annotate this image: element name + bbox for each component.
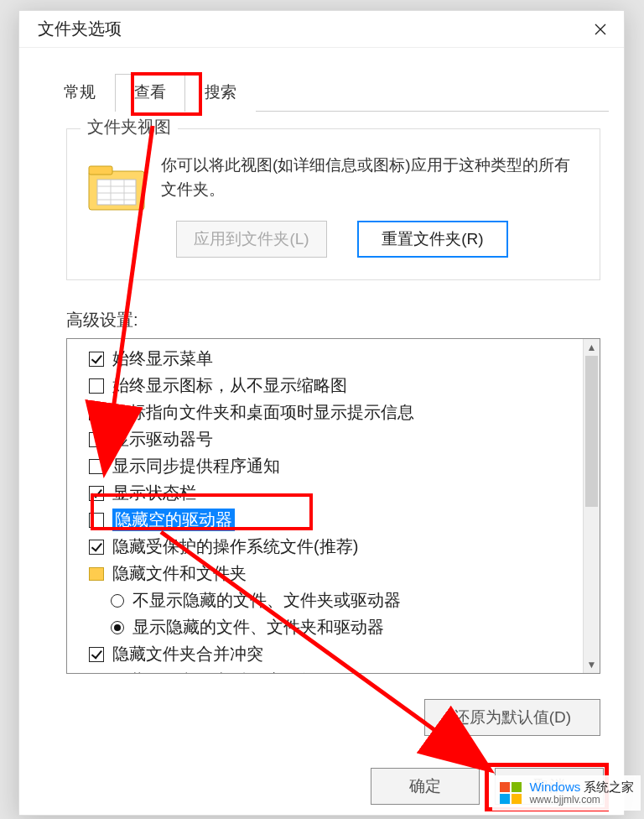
svg-rect-11 xyxy=(500,782,510,792)
scroll-up-icon[interactable]: ▲ xyxy=(584,339,600,356)
checkbox[interactable] xyxy=(89,647,104,662)
tab-search[interactable]: 搜索 xyxy=(185,74,256,112)
svg-rect-13 xyxy=(500,794,510,804)
windows-logo-icon xyxy=(499,781,522,805)
scroll-thumb[interactable] xyxy=(585,356,598,507)
svg-rect-2 xyxy=(97,180,136,205)
checkbox[interactable] xyxy=(89,540,104,555)
list-item-label: 显示隐藏的文件、文件夹和驱动器 xyxy=(132,616,384,639)
folder-icon xyxy=(89,567,104,581)
watermark: Windows 系统之家 www.bjjmlv.com xyxy=(492,775,641,811)
list-item-label: 显示状态栏 xyxy=(112,482,196,504)
tab-general[interactable]: 常规 xyxy=(44,74,115,112)
restore-defaults-button[interactable]: 还原为默认值(D) xyxy=(424,699,600,736)
folder-options-dialog: 文件夹选项 常规 查看 搜索 文件夹视图 xyxy=(18,10,625,816)
scroll-down-icon[interactable]: ▼ xyxy=(584,656,600,673)
list-item-label: 隐藏空的驱动器 xyxy=(112,509,235,531)
folder-view-legend: 文件夹视图 xyxy=(80,116,178,138)
reset-folders-button[interactable]: 重置文件夹(R) xyxy=(357,221,508,258)
checkbox[interactable] xyxy=(89,378,104,394)
ok-button[interactable]: 确定 xyxy=(371,768,480,805)
list-item-label: 不显示隐藏的文件、文件夹或驱动器 xyxy=(132,589,401,612)
watermark-url: www.bjjmlv.com xyxy=(529,795,634,806)
list-item[interactable]: 显示隐藏的文件、文件夹和驱动器 xyxy=(89,614,596,641)
list-item-label: 鼠标指向文件夹和桌面项时显示提示信息 xyxy=(112,401,414,424)
titlebar: 文件夹选项 xyxy=(19,11,624,48)
apply-to-folders-button[interactable]: 应用到文件夹(L) xyxy=(176,221,327,258)
svg-rect-14 xyxy=(512,794,522,804)
list-item-label: 隐藏文件夹合并冲突 xyxy=(112,643,263,665)
advanced-settings-list[interactable]: 始终显示菜单始终显示图标，从不显示缩略图鼠标指向文件夹和桌面项时显示提示信息显示… xyxy=(66,338,600,674)
folder-view-description: 你可以将此视图(如详细信息或图标)应用于这种类型的所有文件夹。 xyxy=(161,153,583,202)
list-item-label: 显示同步提供程序通知 xyxy=(112,455,280,477)
tabs: 常规 查看 搜索 xyxy=(44,78,609,112)
radio[interactable] xyxy=(111,621,124,634)
advanced-settings-label: 高级设置: xyxy=(66,309,624,331)
list-item-label: 隐藏受保护的操作系统文件(推荐) xyxy=(112,535,358,558)
list-item[interactable]: 隐藏文件和文件夹 xyxy=(89,561,596,587)
list-item[interactable]: 鼠标指向文件夹和桌面项时显示提示信息 xyxy=(89,399,596,426)
list-item[interactable]: 隐藏文件夹合并冲突 xyxy=(89,641,596,668)
list-item-label: 始终显示图标，从不显示缩略图 xyxy=(112,374,347,397)
list-item[interactable]: 始终显示图标，从不显示缩略图 xyxy=(89,373,596,399)
checkbox[interactable] xyxy=(89,459,104,474)
checkbox[interactable] xyxy=(89,513,104,528)
watermark-brand: Windows 系统之家 xyxy=(529,780,634,795)
checkbox[interactable] xyxy=(89,405,104,420)
folder-icon xyxy=(87,159,146,213)
checkbox[interactable] xyxy=(89,486,104,501)
checkbox[interactable] xyxy=(89,432,104,447)
list-item-label: 显示驱动器号 xyxy=(112,428,213,451)
list-item[interactable]: 不显示隐藏的文件、文件夹或驱动器 xyxy=(89,587,596,614)
close-icon xyxy=(594,23,607,36)
svg-rect-12 xyxy=(512,782,522,792)
list-item[interactable]: 显示状态栏 xyxy=(89,480,596,507)
list-item-label: 始终显示菜单 xyxy=(112,347,213,370)
svg-rect-1 xyxy=(89,166,112,175)
checkbox[interactable] xyxy=(89,352,104,367)
list-item[interactable]: 显示同步提供程序通知 xyxy=(89,453,596,480)
list-item[interactable]: 显示驱动器号 xyxy=(89,426,596,453)
list-item-label: 隐藏已知文件类型的扩展名 xyxy=(112,670,314,674)
list-item[interactable]: 隐藏受保护的操作系统文件(推荐) xyxy=(89,534,596,561)
list-item[interactable]: 隐藏空的驱动器 xyxy=(89,507,596,534)
list-item[interactable]: 始终显示菜单 xyxy=(89,346,596,373)
radio[interactable] xyxy=(111,594,124,608)
scrollbar[interactable]: ▲ ▼ xyxy=(583,339,600,673)
dialog-title: 文件夹选项 xyxy=(38,18,122,40)
list-item[interactable]: 隐藏已知文件类型的扩展名 xyxy=(89,668,596,674)
folder-view-group: 文件夹视图 你可以将此视图(如详细信息或图标)应用于这种类型的所有文件夹。 应用… xyxy=(66,128,600,280)
close-button[interactable] xyxy=(584,13,617,46)
list-item-label: 隐藏文件和文件夹 xyxy=(112,562,247,585)
tab-view[interactable]: 查看 xyxy=(115,74,185,112)
